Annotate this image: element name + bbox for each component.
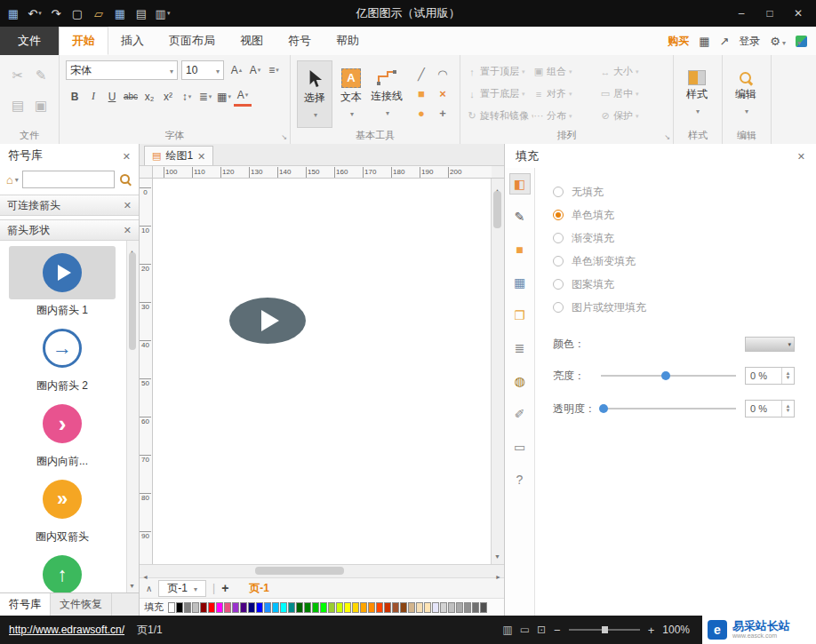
ribbon-tab-5[interactable]: 符号 [276, 27, 324, 55]
brightness-spinner[interactable]: 0 % ▲▼ [745, 367, 795, 385]
color-swatch[interactable] [384, 602, 391, 613]
crop-tool-icon[interactable]: + [432, 103, 453, 123]
color-swatch[interactable] [392, 602, 399, 613]
scroll-down-icon[interactable] [494, 546, 500, 562]
dialog-launcher-icon[interactable]: ↘ [281, 133, 287, 141]
color-swatch[interactable] [416, 602, 423, 613]
connector-tool-button[interactable]: 连接线 [370, 60, 404, 126]
arrange-button-3[interactable]: ↻旋转和镜像▾ [467, 109, 533, 123]
color-swatch[interactable] [264, 602, 271, 613]
ribbon-tab-6[interactable]: 帮助 [324, 27, 372, 55]
open-folder-icon[interactable]: ▱ [89, 4, 108, 23]
tab-symbol-library[interactable]: 符号库 [0, 593, 51, 616]
drawing-canvas[interactable] [153, 179, 491, 564]
color-swatch[interactable] [288, 602, 295, 613]
close-icon[interactable] [197, 150, 205, 163]
text-block-button[interactable]: ▦▾ [215, 88, 233, 106]
undo-icon[interactable]: ↶▾ [25, 4, 44, 23]
zoom-slider-thumb[interactable] [602, 626, 608, 633]
color-swatch[interactable] [344, 602, 351, 613]
close-button[interactable]: ✕ [784, 3, 812, 24]
ribbon-tab-1[interactable]: 开始 [59, 27, 108, 55]
font-family-select[interactable]: 宋体 [66, 60, 178, 80]
color-swatch[interactable] [400, 602, 407, 613]
rectangle-shape-icon[interactable]: ■ [411, 83, 432, 103]
color-swatch[interactable] [320, 602, 327, 613]
tab-file-recovery[interactable]: 文件恢复 [51, 593, 112, 616]
quick-shape-tool-icon[interactable]: ■ [509, 239, 531, 260]
share-icon[interactable]: ↗ [719, 35, 729, 48]
save-as-icon[interactable]: ▦ [110, 4, 130, 23]
transparency-spinner[interactable]: 0 % ▲▼ [745, 400, 795, 417]
collapse-icon[interactable]: ∧ [146, 584, 152, 593]
file-tab[interactable]: 文件 [0, 27, 59, 55]
scrollbar-thumb[interactable] [255, 567, 344, 575]
symbol-item-4[interactable]: »圈内双箭头 [4, 473, 121, 543]
theme-icon[interactable] [796, 36, 807, 47]
dialog-launcher-icon[interactable]: ↘ [664, 133, 670, 141]
arrange-button-9[interactable]: ⊘保护▾ [600, 109, 667, 123]
color-swatch[interactable] [352, 602, 359, 613]
sidebar-scrollbar[interactable] [126, 241, 139, 592]
bold-button[interactable]: B [66, 88, 84, 106]
zoom-slider[interactable] [569, 629, 640, 631]
font-size-select[interactable]: 10 [181, 60, 224, 80]
color-swatch[interactable] [440, 602, 447, 613]
canvas-vertical-scrollbar[interactable] [491, 179, 504, 564]
buy-button[interactable]: 购买 [668, 34, 689, 49]
font-color-button[interactable]: A▾ [234, 86, 252, 107]
scroll-right-icon[interactable] [495, 567, 501, 583]
color-swatch[interactable] [208, 602, 215, 613]
superscript-button[interactable]: x² [159, 88, 177, 106]
color-swatch[interactable] [224, 602, 231, 613]
symbol-item-5[interactable]: ↑ [4, 548, 121, 592]
color-swatch[interactable] [432, 602, 439, 613]
symbol-item-2[interactable]: →圈内箭头 2 [4, 322, 121, 392]
color-swatch[interactable] [304, 602, 311, 613]
color-swatch[interactable] [376, 602, 383, 613]
arrange-button-8[interactable]: ▭居中▾ [600, 87, 667, 100]
color-swatch[interactable] [240, 602, 247, 613]
copy-icon[interactable]: ▣ [35, 98, 47, 114]
slider-thumb[interactable] [661, 371, 670, 380]
ribbon-tab-3[interactable]: 页面布局 [156, 27, 228, 55]
ellipse-shape-icon[interactable]: ● [411, 103, 432, 123]
fit-window-icon[interactable]: ▥ [502, 624, 512, 636]
color-swatch[interactable] [480, 602, 487, 613]
scroll-down-icon[interactable] [129, 576, 135, 592]
spinner-arrows-icon[interactable]: ▲▼ [781, 401, 794, 417]
close-icon[interactable] [124, 224, 132, 236]
color-swatch[interactable] [168, 602, 175, 613]
italic-button[interactable]: I [84, 88, 102, 106]
fill-option-2[interactable]: 单色填充 [553, 203, 795, 227]
save-icon[interactable]: ▦ [4, 4, 23, 23]
edit-button[interactable]: 编辑 [729, 60, 763, 126]
canvas-horizontal-scrollbar[interactable] [140, 564, 504, 577]
color-swatch[interactable] [368, 602, 375, 613]
presentation-view-icon[interactable]: ⊡ [537, 624, 546, 636]
close-icon[interactable] [124, 199, 132, 211]
color-swatch[interactable] [248, 602, 255, 613]
screenshot-icon[interactable]: ▦ [699, 35, 709, 48]
line-spacing-button[interactable]: ↕▾ [178, 88, 196, 106]
line-style-tool-icon[interactable]: ✎ [509, 206, 531, 227]
video-play-button[interactable] [229, 298, 306, 344]
color-swatch[interactable] [176, 602, 183, 613]
symbol-item-1[interactable]: 圈内箭头 1 [4, 246, 121, 316]
align-text-button[interactable]: ≡▾ [265, 61, 283, 79]
zoom-in-button[interactable]: + [648, 624, 655, 637]
help-tool-icon[interactable]: ? [509, 469, 531, 490]
color-dropdown[interactable]: ▾ [745, 337, 795, 352]
arrange-button-6[interactable]: ⋯分布▾ [533, 109, 600, 123]
layers-tool-icon[interactable]: ❐ [509, 305, 531, 326]
paste-icon[interactable]: ▤ [12, 98, 24, 114]
color-swatch[interactable] [408, 602, 415, 613]
symbol-search-input[interactable] [22, 171, 115, 188]
underline-button[interactable]: U [103, 88, 121, 106]
ribbon-tab-4[interactable]: 视图 [228, 27, 276, 55]
redo-icon[interactable]: ↷ [46, 4, 66, 23]
delete-shape-icon[interactable]: × [432, 83, 453, 103]
color-swatch[interactable] [312, 602, 319, 613]
annotation-tool-icon[interactable]: ✐ [509, 403, 531, 425]
fill-option-5[interactable]: 图案填充 [553, 273, 795, 296]
